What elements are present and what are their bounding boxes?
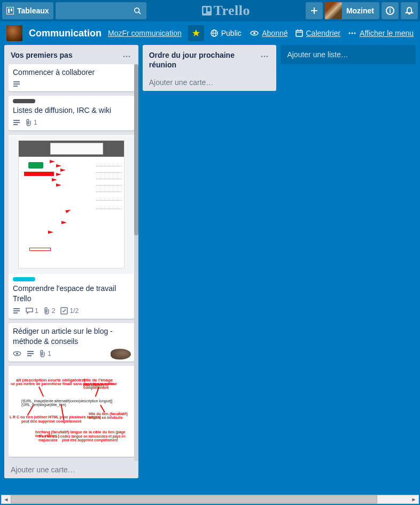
svg-point-44	[267, 56, 268, 57]
org-link[interactable]: MozFr communication	[108, 29, 182, 37]
scroll-left-arrow[interactable]: ◄	[2, 495, 11, 503]
list-title[interactable]: Vos premiers pas	[11, 50, 73, 60]
attachment-badge: 1	[26, 119, 37, 126]
notifications-button[interactable]	[401, 2, 418, 19]
list-scrollbar[interactable]	[134, 64, 138, 461]
description-badge	[13, 81, 20, 87]
attachment-badge: 1	[40, 350, 51, 357]
card-title: Comprendre l'espace de travail Trello	[13, 284, 130, 304]
svg-point-26	[126, 56, 127, 57]
svg-rect-6	[203, 7, 206, 14]
list-menu-button[interactable]	[119, 50, 134, 60]
list-cards: Commencer à collaborer Listes de diffusi…	[4, 64, 138, 461]
svg-point-27	[128, 56, 130, 57]
show-menu-button[interactable]: Afficher le menu	[348, 29, 414, 37]
avatar	[325, 2, 342, 19]
visibility[interactable]: Public	[211, 29, 242, 37]
svg-rect-1	[8, 9, 10, 13]
svg-point-17	[253, 32, 255, 34]
card-cover	[9, 135, 134, 274]
user-name: Mozinet	[346, 6, 374, 15]
show-menu-label: Afficher le menu	[360, 29, 414, 37]
boards-button-label: Tableaux	[17, 6, 49, 15]
subscribed-label: Abonné	[262, 29, 287, 37]
list: Ordre du jour prochaine réunion Ajouter …	[143, 45, 277, 91]
search-icon	[134, 7, 141, 14]
list-title[interactable]: Ordre du jour prochaine réunion	[149, 50, 258, 70]
checklist-badge: 1/2	[60, 307, 79, 315]
add-card-button[interactable]: Ajouter une carte…	[143, 74, 277, 91]
list-menu-button[interactable]	[257, 50, 272, 60]
svg-point-11	[390, 9, 391, 10]
bell-icon	[405, 6, 414, 15]
ellipsis-icon	[348, 32, 356, 35]
globe-icon	[211, 29, 218, 37]
card[interactable]: Rédiger un article sur le blog - méthode…	[9, 323, 134, 362]
eye-icon	[250, 29, 259, 37]
card-title: Commencer à collaborer	[13, 67, 130, 78]
search-input[interactable]	[56, 2, 146, 19]
visibility-label: Public	[221, 29, 242, 37]
star-icon	[192, 29, 200, 37]
info-button[interactable]	[382, 2, 399, 19]
card[interactable]: Comprendre l'espace de travail Trello 1 …	[9, 135, 134, 319]
comments-badge: 1	[26, 307, 38, 315]
svg-point-25	[123, 56, 125, 57]
calendar-icon	[295, 29, 303, 37]
calendar-button[interactable]: Calendrier	[295, 29, 341, 37]
board-title[interactable]: Communication	[29, 28, 102, 39]
card[interactable]: Listes de diffusion, IRC & wiki 1	[9, 96, 134, 131]
board-header: Communication MozFr communication Public…	[0, 21, 420, 45]
horizontal-scrollbar[interactable]: ◄ ►	[1, 495, 419, 504]
svg-rect-0	[6, 7, 14, 14]
trello-logo[interactable]: Trello	[149, 3, 304, 19]
member-avatar	[111, 349, 131, 359]
watch-badge	[13, 350, 21, 357]
global-header: Tableaux Trello Mozinet	[0, 0, 420, 21]
board-logo	[6, 25, 22, 41]
logo-text: Trello	[214, 3, 250, 19]
card[interactable]: alt (description courte obligatoire) ne …	[9, 366, 134, 457]
svg-point-38	[16, 353, 18, 355]
svg-point-43	[264, 56, 266, 57]
info-icon	[386, 6, 394, 15]
user-menu[interactable]: Mozinet	[325, 2, 379, 19]
boards-icon	[6, 7, 14, 14]
svg-rect-18	[296, 30, 302, 36]
svg-rect-12	[390, 10, 391, 13]
plus-icon	[310, 7, 318, 14]
card-cover: alt (description courte obligatoire) ne …	[9, 366, 134, 457]
svg-point-24	[354, 33, 356, 34]
description-badge	[13, 119, 20, 126]
card-label	[13, 277, 35, 281]
card-title: Rédiger un article sur le blog - méthode…	[13, 326, 130, 347]
calendar-label: Calendrier	[306, 29, 341, 37]
card-label	[13, 99, 35, 103]
svg-rect-2	[11, 9, 12, 11]
card-title: Listes de diffusion, IRC & wiki	[13, 105, 130, 116]
card[interactable]: Commencer à collaborer	[9, 64, 134, 91]
attachment-badge: 2	[44, 307, 56, 315]
add-card-button[interactable]: Ajouter une carte…	[4, 461, 138, 478]
create-button[interactable]	[306, 2, 323, 19]
svg-point-22	[349, 33, 351, 34]
board-content: Vos premiers pas Commencer à collaborer	[0, 45, 420, 487]
description-badge	[13, 308, 20, 314]
svg-point-23	[352, 33, 353, 34]
star-button[interactable]	[188, 25, 204, 41]
svg-point-42	[261, 56, 263, 57]
svg-point-3	[134, 8, 139, 13]
svg-rect-7	[207, 7, 210, 12]
svg-line-4	[138, 12, 141, 14]
add-list-label: Ajouter une liste…	[287, 50, 348, 59]
scroll-right-arrow[interactable]: ►	[409, 495, 418, 503]
list: Vos premiers pas Commencer à collaborer	[4, 45, 138, 478]
add-list-button[interactable]: Ajouter une liste…	[281, 45, 416, 64]
boards-button[interactable]: Tableaux	[2, 2, 53, 19]
subscribed[interactable]: Abonné	[250, 29, 287, 37]
description-badge	[27, 350, 34, 357]
